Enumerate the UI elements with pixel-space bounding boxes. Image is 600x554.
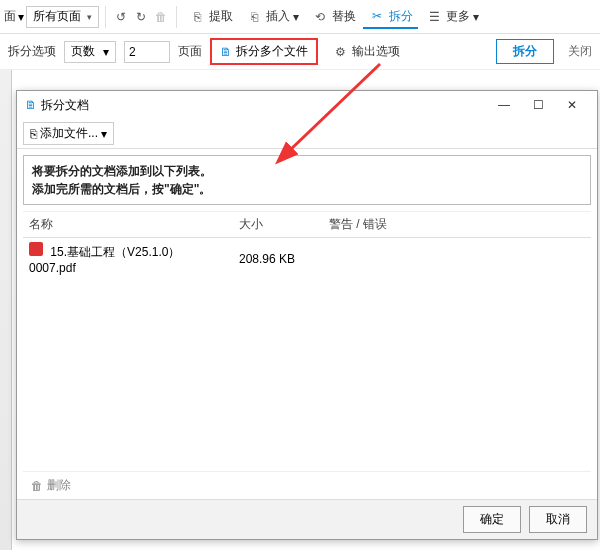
scissors-icon: ✂ xyxy=(368,7,386,25)
trash-icon: 🗑 xyxy=(31,479,43,493)
split-button[interactable]: ✂ 拆分 xyxy=(363,4,418,29)
insert-icon: ⎗ xyxy=(245,8,263,26)
add-files-button[interactable]: ⎘ 添加文件... ▾ xyxy=(23,122,114,145)
hint-text: 将要拆分的文档添加到以下列表。 添加完所需的文档后，按"确定"。 xyxy=(23,155,591,205)
dialog-toolbar: ⎘ 添加文件... ▾ xyxy=(17,119,597,149)
rotate-right-icon[interactable]: ↻ xyxy=(132,8,150,26)
file-size: 208.96 KB xyxy=(233,248,323,270)
do-split-button[interactable]: 拆分 xyxy=(496,39,554,64)
cancel-button[interactable]: 取消 xyxy=(529,506,587,533)
col-name[interactable]: 名称 xyxy=(23,212,233,237)
table-header: 名称 大小 警告 / 错误 xyxy=(23,212,591,238)
output-options-label: 输出选项 xyxy=(352,43,400,60)
maximize-button[interactable]: ☐ xyxy=(521,93,555,117)
chevron-down-icon: ▾ xyxy=(473,10,479,24)
chevron-down-icon: ▾ xyxy=(293,10,299,24)
main-toolbar: 面 ▾ 所有页面 ▾ ↺ ↻ 🗑 ⎘ 提取 ⎗ 插入 ▾ ⟲ 替换 ✂ 拆分 ☰… xyxy=(0,0,600,34)
extract-button[interactable]: ⎘ 提取 xyxy=(183,5,238,29)
dialog-title: 拆分文档 xyxy=(41,97,89,114)
insert-button[interactable]: ⎗ 插入 ▾ xyxy=(240,5,304,29)
chevron-down-icon[interactable]: ▾ xyxy=(18,10,24,24)
split-label: 拆分 xyxy=(389,8,413,25)
col-err[interactable]: 警告 / 错误 xyxy=(323,212,591,237)
col-size[interactable]: 大小 xyxy=(233,212,323,237)
chevron-down-icon: ▾ xyxy=(87,12,92,22)
extract-icon: ⎘ xyxy=(188,8,206,26)
split-options-label: 拆分选项 xyxy=(8,43,56,60)
pages-short-label: 面 xyxy=(4,8,16,25)
page-unit-label: 页面 xyxy=(178,43,202,60)
rotate-left-icon[interactable]: ↺ xyxy=(112,8,130,26)
file-name-cell: 15.基础工程（V25.1.0）0007.pdf xyxy=(23,238,233,279)
page-range-select[interactable]: 所有页面 ▾ xyxy=(26,6,99,28)
add-file-icon: ⎘ xyxy=(30,127,37,141)
insert-label: 插入 xyxy=(266,8,290,25)
split-mode-select[interactable]: 页数 ▾ xyxy=(64,41,116,63)
minimize-button[interactable]: — xyxy=(487,93,521,117)
delete-row-button[interactable]: 🗑 删除 xyxy=(23,471,591,499)
file-list: 名称 大小 警告 / 错误 15.基础工程（V25.1.0）0007.pdf 2… xyxy=(23,211,591,471)
split-multi-label: 拆分多个文件 xyxy=(236,43,308,60)
dialog-buttons: 确定 取消 xyxy=(17,499,597,539)
more-label: 更多 xyxy=(446,8,470,25)
page-count-input[interactable] xyxy=(124,41,170,63)
table-row[interactable]: 15.基础工程（V25.1.0）0007.pdf 208.96 KB xyxy=(23,238,591,279)
gear-icon: ⚙ xyxy=(331,43,349,61)
more-icon: ☰ xyxy=(425,8,443,26)
hint-line1: 将要拆分的文档添加到以下列表。 xyxy=(32,162,582,180)
split-multiple-files-button[interactable]: 🗎 拆分多个文件 xyxy=(210,38,318,65)
output-options-button[interactable]: ⚙ 输出选项 xyxy=(326,40,405,64)
ok-button[interactable]: 确定 xyxy=(463,506,521,533)
page-range-value: 所有页面 xyxy=(33,8,81,25)
delete-label: 删除 xyxy=(47,477,71,494)
more-button[interactable]: ☰ 更多 ▾ xyxy=(420,5,484,29)
close-label[interactable]: 关闭 xyxy=(568,43,592,60)
hint-line2: 添加完所需的文档后，按"确定"。 xyxy=(32,180,582,198)
separator xyxy=(176,6,177,28)
split-options-bar: 拆分选项 页数 ▾ 页面 🗎 拆分多个文件 ⚙ 输出选项 拆分 关闭 xyxy=(0,34,600,70)
replace-label: 替换 xyxy=(332,8,356,25)
chevron-down-icon: ▾ xyxy=(101,127,107,141)
split-mode-value: 页数 xyxy=(71,43,95,60)
separator xyxy=(105,6,106,28)
add-files-label: 添加文件... xyxy=(40,125,98,142)
replace-icon: ⟲ xyxy=(311,8,329,26)
replace-button[interactable]: ⟲ 替换 xyxy=(306,5,361,29)
dialog-titlebar: 🗎 拆分文档 — ☐ ✕ xyxy=(17,91,597,119)
extract-label: 提取 xyxy=(209,8,233,25)
split-document-dialog: 🗎 拆分文档 — ☐ ✕ ⎘ 添加文件... ▾ 将要拆分的文档添加到以下列表。… xyxy=(16,90,598,540)
chevron-down-icon: ▾ xyxy=(103,45,109,59)
document-icon: 🗎 xyxy=(25,98,37,112)
file-err xyxy=(323,255,591,263)
pdf-icon xyxy=(29,242,43,256)
file-name: 15.基础工程（V25.1.0）0007.pdf xyxy=(29,245,180,275)
close-button[interactable]: ✕ xyxy=(555,93,589,117)
left-panel-edge xyxy=(0,70,12,550)
trash-icon[interactable]: 🗑 xyxy=(152,8,170,26)
document-icon: 🗎 xyxy=(220,45,232,59)
